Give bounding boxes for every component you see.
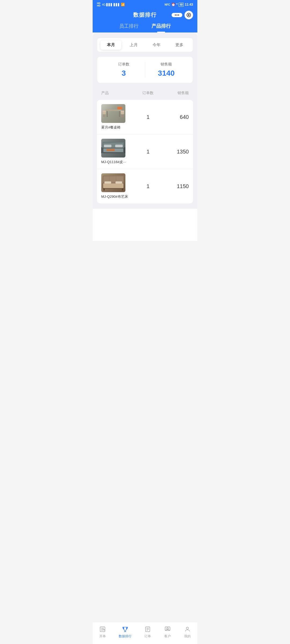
- svg-rect-1: [107, 111, 108, 117]
- sales-value: 3140: [145, 69, 188, 78]
- svg-rect-8: [121, 114, 122, 117]
- product-image-2: [101, 139, 125, 158]
- product-orders-3: 1: [135, 183, 162, 189]
- product-item-1[interactable]: 雾月#餐桌椅 1 640: [97, 100, 193, 134]
- filter-this-month[interactable]: 本月: [100, 40, 121, 50]
- svg-rect-16: [115, 145, 123, 147]
- svg-rect-4: [103, 114, 104, 117]
- sales-stat: 销售额 3140: [145, 62, 188, 78]
- table-header: 产品 订单数 销售额: [97, 89, 193, 98]
- product-name-3: MJ-Q290#布艺床: [101, 194, 135, 199]
- status-bar: HDHD 4G ▋▋▋ ▋▋▋ 📶 NFC ⏰ * 48 11:43: [93, 0, 197, 8]
- header-actions: [172, 11, 193, 19]
- filter-last-month[interactable]: 上月: [123, 40, 144, 50]
- svg-rect-5: [104, 114, 105, 117]
- svg-rect-10: [121, 111, 124, 112]
- product-left-3: MJ-Q290#布艺床: [101, 173, 135, 199]
- svg-rect-9: [123, 114, 124, 117]
- product-orders-2: 1: [135, 149, 162, 155]
- col-header-sales: 销售额: [162, 91, 189, 96]
- header: 数据排行: [93, 8, 197, 19]
- more-options-button[interactable]: [172, 13, 182, 17]
- sales-label: 销售额: [145, 62, 188, 67]
- signal-4g: 4G: [102, 3, 106, 6]
- product-left-2: MJ-Q1116#皮···: [101, 139, 135, 164]
- svg-rect-18: [107, 149, 115, 151]
- tab-product[interactable]: 产品排行: [151, 23, 171, 32]
- furniture-svg-1: [101, 104, 125, 123]
- product-name-1: 雾月#餐桌椅: [101, 125, 135, 130]
- svg-rect-29: [103, 188, 105, 191]
- svg-rect-20: [124, 147, 125, 153]
- stats-card: 订单数 3 销售额 3140: [97, 56, 193, 83]
- main-content: 本月 上月 今年 更多 订单数 3 销售额 3140 产品 订单数 销售额: [93, 32, 197, 209]
- filter-this-year[interactable]: 今年: [146, 40, 167, 50]
- page-title: 数据排行: [133, 11, 157, 19]
- orders-value: 3: [103, 69, 145, 78]
- svg-rect-0: [105, 109, 121, 111]
- filter-more[interactable]: 更多: [169, 40, 190, 50]
- status-left: HDHD 4G ▋▋▋ ▋▋▋ 📶: [97, 2, 125, 7]
- battery-icon: 48: [179, 3, 184, 7]
- svg-rect-15: [104, 145, 111, 147]
- product-sales-2: 1350: [162, 149, 189, 155]
- alarm-icon: ⏰: [171, 3, 175, 6]
- nfc-icon: NFC: [165, 3, 170, 6]
- furniture-svg-3: [101, 173, 125, 192]
- time-display: 11:43: [185, 3, 193, 6]
- orders-stat: 订单数 3: [103, 62, 145, 78]
- svg-rect-28: [115, 181, 122, 184]
- product-name-2: MJ-Q1116#皮···: [101, 160, 135, 164]
- svg-rect-6: [103, 111, 106, 112]
- tab-navigation: 员工排行 产品排行: [93, 19, 197, 32]
- product-list: 雾月#餐桌椅 1 640: [97, 100, 193, 203]
- svg-rect-30: [122, 188, 123, 191]
- camera-icon: [187, 13, 191, 17]
- status-right: NFC ⏰ * 48 11:43: [165, 3, 193, 7]
- svg-rect-26: [103, 183, 124, 188]
- product-image-1: [101, 104, 125, 123]
- orders-label: 订单数: [103, 62, 145, 67]
- svg-rect-27: [104, 181, 111, 184]
- signal-bars-2: ▋▋▋: [114, 3, 120, 6]
- product-left-1: 雾月#餐桌椅: [101, 104, 135, 130]
- product-sales-3: 1150: [162, 183, 189, 189]
- furniture-svg-2: [101, 139, 125, 158]
- product-image-3: [101, 173, 125, 192]
- tab-employee[interactable]: 员工排行: [119, 23, 139, 32]
- product-sales-1: 640: [162, 114, 189, 120]
- hd-icon: HDHD: [97, 2, 100, 7]
- filter-tabs: 本月 上月 今年 更多: [97, 38, 193, 52]
- bluetooth-icon: *: [176, 3, 178, 6]
- wifi-icon: 📶: [121, 3, 125, 6]
- camera-button[interactable]: [184, 11, 193, 19]
- product-orders-1: 1: [135, 114, 162, 120]
- product-item-3[interactable]: MJ-Q290#布艺床 1 1150: [97, 169, 193, 203]
- svg-rect-11: [117, 107, 122, 109]
- product-item-2[interactable]: MJ-Q1116#皮··· 1 1350: [97, 134, 193, 169]
- signal-bars-1: ▋▋▋: [106, 3, 113, 6]
- col-header-product: 产品: [101, 91, 135, 96]
- svg-rect-19: [101, 147, 102, 153]
- col-header-orders: 订单数: [135, 91, 162, 96]
- svg-rect-2: [119, 111, 120, 117]
